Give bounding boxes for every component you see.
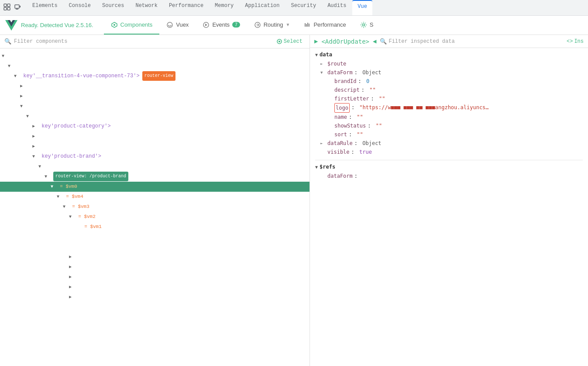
tree-node[interactable]: ▼ = $vm0 (0, 182, 309, 192)
browser-tab-memory[interactable]: Memory (210, 0, 239, 15)
tree-node[interactable]: ► (0, 131, 309, 142)
tree-node[interactable]: ► key'product-category'> (0, 121, 309, 131)
events-badge: 7 (232, 22, 240, 28)
tree-arrow-icon: ▼ (38, 162, 45, 172)
filter-bar: 🔍 Select (0, 35, 309, 48)
tree-arrow-icon: ▼ (32, 152, 38, 162)
browser-tab-security[interactable]: Security (286, 0, 322, 15)
data-key: visible (327, 148, 350, 156)
tree-node[interactable]: ▼ = $vm4 (0, 192, 309, 202)
svg-rect-2 (4, 7, 7, 10)
tree-arrow-icon (75, 222, 81, 232)
browser-tab-network[interactable]: Network (130, 0, 162, 15)
tree-arrow-icon: ▼ (57, 192, 63, 202)
refs-section-header[interactable]: ▼ $refs (315, 164, 583, 170)
tree-arrow-icon: ► (69, 252, 75, 262)
tree-node[interactable]: ▼ key'product-brand'> (0, 152, 309, 162)
tree-node[interactable]: ▼ (0, 51, 309, 61)
tree-arrow-icon: ▼ (63, 202, 69, 212)
tree-node[interactable]: ► (0, 252, 309, 262)
toolbar-routing[interactable]: Routing ▼ (247, 16, 297, 35)
tree-node[interactable]: ► (0, 272, 309, 282)
data-key: firstLetter (334, 94, 369, 103)
data-value: true (359, 148, 372, 156)
tree-arrow-icon: ▼ (8, 62, 14, 71)
data-panel: ▼ data► $route▼ dataForm: Object brandId… (310, 48, 588, 366)
data-colon: : (368, 121, 374, 130)
right-panel: ▶ <AddOrUpdate> ◀ 🔍 <> Ins ▼ data► $rout… (310, 35, 588, 366)
tree-node[interactable]: ► (0, 142, 309, 152)
tree-node[interactable] (0, 232, 309, 242)
browser-tab-console[interactable]: Console (64, 0, 96, 15)
toolbar-components[interactable]: Components (104, 16, 160, 35)
tree-node[interactable]: ▼ = $vm2 (0, 212, 309, 222)
data-key: sort (334, 130, 347, 139)
tree-arrow-icon (75, 242, 81, 252)
data-colon: : (371, 94, 377, 103)
toolbar-settings[interactable]: S (353, 16, 381, 35)
data-expand-icon[interactable]: ► (320, 139, 326, 148)
tree-node[interactable]: = $vm1 (0, 222, 309, 232)
data-row: brandId: 0 (315, 77, 583, 86)
data-expand-icon[interactable]: ► (320, 59, 326, 68)
browser-tab-sources[interactable]: Sources (97, 0, 129, 15)
data-section-arrow: ▼ (315, 52, 318, 57)
right-header: ▶ <AddOrUpdate> ◀ 🔍 <> Ins (310, 35, 588, 48)
svg-point-11 (167, 22, 172, 28)
device-toggle-icon[interactable] (14, 3, 21, 12)
tree-arrow-icon: ▼ (51, 182, 57, 192)
data-expand-icon (327, 86, 333, 94)
tree-node[interactable] (0, 242, 309, 252)
tree-arrow-icon: ► (69, 262, 75, 272)
data-value: "" (357, 113, 363, 121)
vue-logo: Ready. Detected Vue 2.5.16. (5, 19, 93, 31)
toolbar-nav: Components Vuex Events 7 Routing ▼ (104, 16, 583, 35)
tree-node[interactable]: ► (0, 292, 309, 302)
tree-vmref: = $vm2 (78, 214, 96, 219)
filter-components-input[interactable] (14, 38, 272, 45)
inspected-component-name: <AddOrUpdate> (321, 38, 369, 45)
data-colon: : (358, 77, 364, 86)
data-expand-icon[interactable]: ▼ (320, 68, 326, 77)
filter-data-input[interactable] (389, 38, 563, 45)
data-colon: : (349, 130, 355, 139)
tree-node[interactable]: ▼ = $vm3 (0, 202, 309, 212)
routing-icon (254, 21, 261, 28)
data-value: "" (379, 94, 385, 103)
tree-node[interactable]: ▼ (0, 111, 309, 121)
browser-tab-performance[interactable]: Performance (164, 0, 209, 15)
tree-node[interactable]: ▼ key'__transition-4-vue-component-73'>r… (0, 71, 309, 81)
data-row: descript: "" (315, 86, 583, 94)
svg-rect-5 (20, 6, 21, 7)
data-section-header[interactable]: ▼ data (315, 52, 583, 58)
browser-tab-application[interactable]: Application (240, 0, 285, 15)
right-arrow2-icon: ◀ (373, 38, 376, 45)
browser-tab-elements[interactable]: Elements (27, 0, 63, 15)
tree-node[interactable]: ▼ (0, 101, 309, 111)
data-expand-icon (327, 77, 333, 86)
tree-node[interactable]: ▼ router-view: /product-brand (0, 172, 309, 182)
toolbar-vuex[interactable]: Vuex (159, 16, 196, 35)
inspect-icon[interactable] (3, 3, 10, 12)
toolbar-events[interactable]: Events 7 (196, 16, 247, 35)
svg-rect-14 (305, 23, 306, 27)
data-row: showStatus: "" (315, 121, 583, 130)
tree-node[interactable]: ▼ (0, 162, 309, 172)
data-row: ► dataRule: Object (315, 139, 583, 148)
browser-tab-audits[interactable]: Audits (322, 0, 351, 15)
tree-node[interactable]: ▼ (0, 61, 309, 71)
vuex-label: Vuex (176, 21, 189, 28)
svg-rect-4 (15, 5, 19, 8)
tree-node[interactable]: ► (0, 81, 309, 91)
tree-node[interactable]: ► (0, 282, 309, 292)
data-key: logo (336, 104, 348, 112)
tree-node[interactable]: ► (0, 262, 309, 272)
select-button[interactable]: Select (274, 38, 305, 45)
code-icon: <> (567, 38, 573, 45)
refs-data-row: dataForm: (315, 172, 583, 180)
inspect-button[interactable]: <> Ins (567, 38, 584, 45)
browser-tab-vue[interactable]: Vue (352, 0, 372, 15)
settings-icon (360, 21, 367, 28)
toolbar-performance[interactable]: Performance (297, 16, 353, 35)
tree-node[interactable]: ► (0, 91, 309, 101)
